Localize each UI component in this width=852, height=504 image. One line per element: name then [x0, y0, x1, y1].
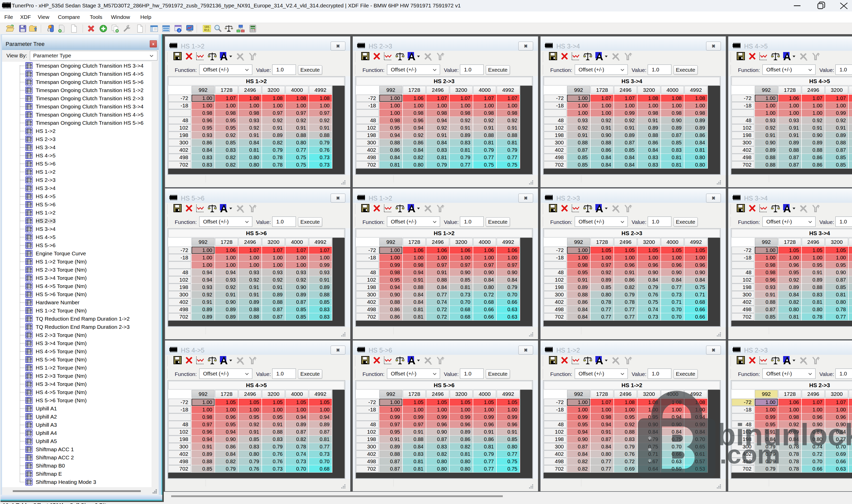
- svg-text:i: i: [179, 29, 180, 32]
- svg-text:011: 011: [204, 29, 210, 32]
- svg-text:.com: .com: [720, 440, 780, 469]
